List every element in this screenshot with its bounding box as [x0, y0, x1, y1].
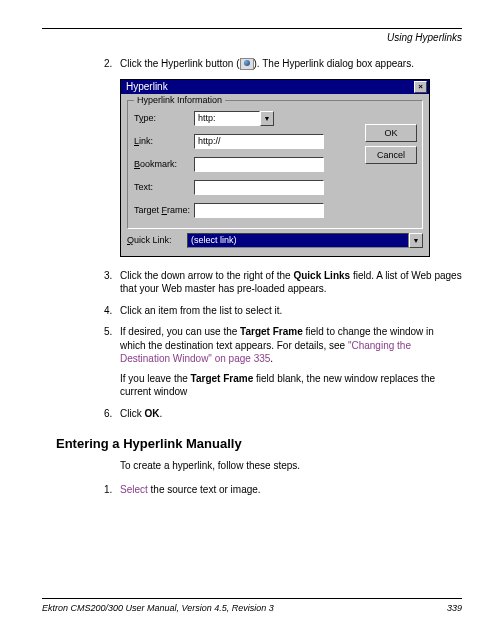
step-number: 6. — [104, 407, 120, 421]
step-body: Click the Hyperlink button (). The Hyper… — [120, 57, 462, 71]
close-icon[interactable]: × — [414, 81, 427, 93]
group-label: Hyperlink Information — [134, 95, 225, 105]
dialog-figure: Hyperlink × Hyperlink Information Type: … — [120, 79, 462, 257]
label-link: Link: — [134, 136, 194, 146]
text: If desired, you can use the — [120, 326, 240, 337]
step-5: 5. If desired, you can use the Target Fr… — [42, 325, 462, 399]
bold-text: OK — [144, 408, 159, 419]
bookmark-input[interactable] — [194, 157, 324, 172]
dialog-title: Hyperlink — [126, 81, 168, 92]
step-6: 6. Click OK. — [42, 407, 462, 421]
text: Click the down arrow to the right of the — [120, 270, 293, 281]
bold-text: Target Frame — [191, 373, 254, 384]
hyperlink-info-group: Hyperlink Information Type: http: ▼ Link… — [127, 100, 423, 229]
chevron-down-icon[interactable]: ▼ — [409, 233, 423, 248]
page-number: 339 — [447, 603, 462, 613]
step-number: 5. — [104, 325, 120, 399]
link-input[interactable]: http:// — [194, 134, 324, 149]
step-number: 2. — [104, 57, 120, 71]
dialog-buttons: OK Cancel — [365, 124, 417, 164]
text: ). The Hyperlink dialog box appears. — [254, 58, 414, 69]
step-2: 2. Click the Hyperlink button (). The Hy… — [42, 57, 462, 71]
text: Click — [120, 408, 144, 419]
running-header: Using Hyperlinks — [42, 32, 462, 43]
hyperlink-icon — [240, 58, 254, 70]
label-quick: Quick Link: — [127, 235, 187, 245]
dialog-titlebar: Hyperlink × — [121, 80, 429, 94]
row-quick-link: Quick Link: (select link) ▼ — [127, 233, 423, 248]
quick-link-value: (select link) — [187, 233, 409, 248]
label-bookmark: Bookmark: — [134, 159, 194, 169]
label-type: Type: — [134, 113, 194, 123]
label-text: Text: — [134, 182, 194, 192]
type-combo[interactable]: http: ▼ — [194, 111, 274, 126]
step-body: If desired, you can use the Target Frame… — [120, 325, 462, 399]
row-target: Target Frame: — [134, 203, 416, 218]
label-target: Target Frame: — [134, 205, 194, 215]
step-body: Click OK. — [120, 407, 462, 421]
step2-1: 1. Select the source text or image. — [42, 483, 462, 497]
step-number: 1. — [104, 483, 120, 497]
quick-link-combo[interactable]: (select link) ▼ — [187, 233, 423, 248]
step-body: Click the down arrow to the right of the… — [120, 269, 462, 296]
section-heading: Entering a Hyperlink Manually — [56, 436, 462, 451]
type-value: http: — [194, 111, 260, 126]
select-link[interactable]: Select — [120, 484, 148, 495]
step-3: 3. Click the down arrow to the right of … — [42, 269, 462, 296]
text: . — [159, 408, 162, 419]
step-number: 4. — [104, 304, 120, 318]
bold-text: Quick Links — [293, 270, 350, 281]
step-body: Click an item from the list to select it… — [120, 304, 462, 318]
footer-left: Ektron CMS200/300 User Manual, Version 4… — [42, 603, 274, 613]
ok-button[interactable]: OK — [365, 124, 417, 142]
hyperlink-dialog: Hyperlink × Hyperlink Information Type: … — [120, 79, 430, 257]
bold-text: Target Frame — [240, 326, 303, 337]
step-body: Select the source text or image. — [120, 483, 462, 497]
cancel-button[interactable]: Cancel — [365, 146, 417, 164]
target-frame-input[interactable] — [194, 203, 324, 218]
text: . — [270, 353, 273, 364]
chevron-down-icon[interactable]: ▼ — [260, 111, 274, 126]
step-number: 3. — [104, 269, 120, 296]
header-rule — [42, 28, 462, 29]
intro-para: To create a hyperlink, follow these step… — [42, 459, 462, 473]
row-text: Text: — [134, 180, 416, 195]
text: the source text or image. — [148, 484, 261, 495]
text-input[interactable] — [194, 180, 324, 195]
text: If you leave the — [120, 373, 191, 384]
page-footer: Ektron CMS200/300 User Manual, Version 4… — [42, 598, 462, 613]
step-4: 4. Click an item from the list to select… — [42, 304, 462, 318]
text: Click the Hyperlink button ( — [120, 58, 240, 69]
